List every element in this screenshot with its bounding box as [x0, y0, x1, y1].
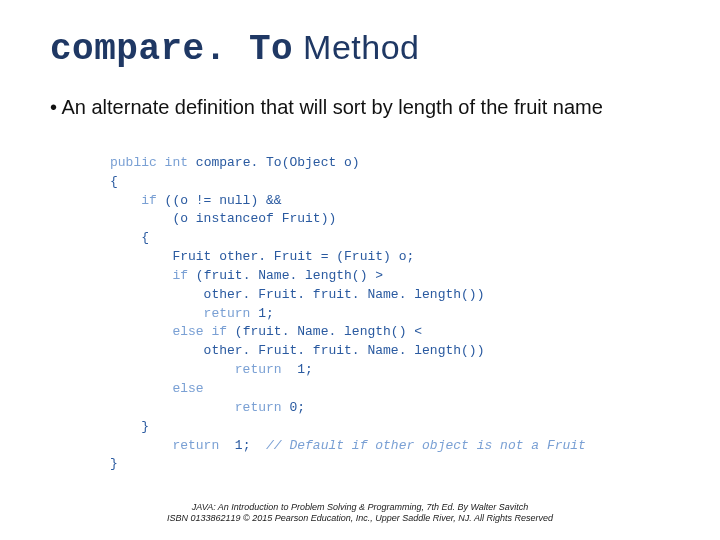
slide-title: compare. To Method — [50, 30, 670, 68]
if2-cond2: other. Fruit. fruit. Name. length()) — [110, 287, 484, 302]
ret2-val: 1; — [297, 362, 313, 377]
footer: JAVA: An Introduction to Problem Solving… — [0, 502, 720, 525]
brace-open-2: { — [110, 230, 149, 245]
kw-if-1: if — [110, 193, 165, 208]
title-word-part: Method — [293, 28, 419, 66]
footer-line-1: JAVA: An Introduction to Problem Solving… — [0, 502, 720, 513]
ret1-val: 1; — [258, 306, 274, 321]
slide: compare. To Method • An alternate defini… — [0, 0, 720, 540]
ret3-val: 0; — [289, 400, 305, 415]
title-code-part: compare. To — [50, 29, 293, 70]
kw-return-2: return — [110, 362, 297, 377]
kw-else: else — [110, 381, 204, 396]
if2-cond1: (fruit. Name. length() > — [196, 268, 383, 283]
kw-return-4: return — [110, 438, 235, 453]
sig-rest: compare. To(Object o) — [196, 155, 360, 170]
kw-return-3: return — [110, 400, 289, 415]
brace-close-1: } — [110, 456, 118, 471]
if1-cond: ((o != null) && — [165, 193, 282, 208]
if1-cond2: (o instanceof Fruit)) — [110, 211, 336, 226]
kw-public-int: public int — [110, 155, 196, 170]
bullet-text: • An alternate definition that will sort… — [50, 96, 670, 119]
kw-return-1: return — [110, 306, 258, 321]
code-block: public int compare. To(Object o) { if ((… — [110, 135, 670, 474]
footer-line-2: ISBN 0133862119 © 2015 Pearson Education… — [0, 513, 720, 524]
comment-default: // Default if other object is not a Frui… — [266, 438, 586, 453]
elif-cond2: other. Fruit. fruit. Name. length()) — [110, 343, 484, 358]
kw-elseif: else if — [110, 324, 235, 339]
elif-cond1: (fruit. Name. length() < — [235, 324, 422, 339]
kw-if-2: if — [110, 268, 196, 283]
cast-line: Fruit other. Fruit = (Fruit) o; — [110, 249, 414, 264]
brace-open-1: { — [110, 174, 118, 189]
brace-close-2: } — [110, 419, 149, 434]
ret4-val: 1; — [235, 438, 266, 453]
